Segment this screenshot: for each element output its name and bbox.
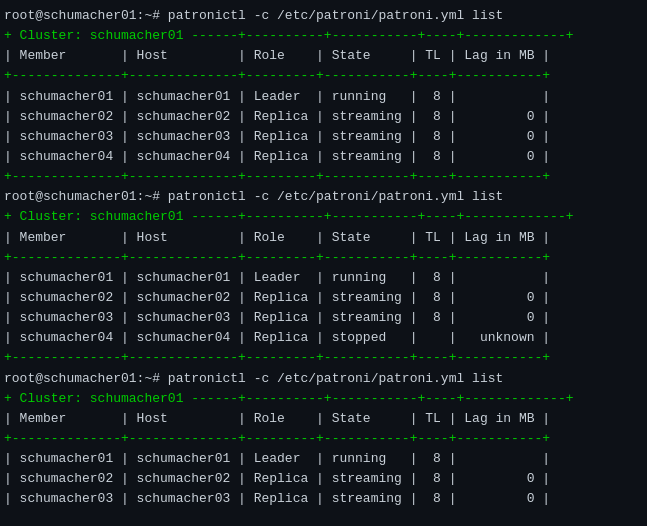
terminal-output: root@schumacher01:~# patronictl -c /etc/… — [0, 0, 647, 516]
